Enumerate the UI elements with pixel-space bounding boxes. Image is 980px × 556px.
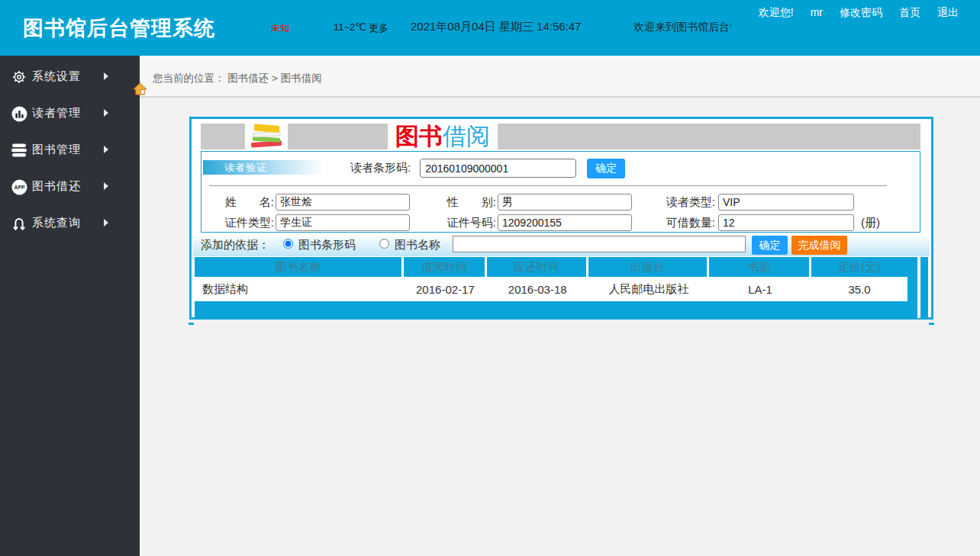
- app-icon: APP: [10, 178, 28, 196]
- chart-icon: [10, 104, 28, 123]
- table-header-row: 图书名称 借阅时间 应还时间 出版社 书架 定价(元): [195, 257, 907, 277]
- breadcrumb-current[interactable]: 图书借阅: [281, 72, 322, 84]
- sidebar-item-system-query[interactable]: 系统查询: [0, 204, 140, 241]
- sidebar-item-reader-management[interactable]: 读者管理: [0, 95, 140, 131]
- reader-info-row-1: 姓 名: 性 别: 读者类型:: [201, 194, 920, 211]
- sidebar-item-book-borrow-return[interactable]: APP 图书借还: [0, 168, 140, 204]
- barcode-confirm-button[interactable]: 确定: [587, 159, 625, 178]
- cert-type-label: 证件类型:: [203, 216, 274, 230]
- breadcrumb-bar: 您当前的位置： 图书借还 > 图书借阅: [140, 56, 980, 98]
- app-title: 图书馆后台管理系统: [23, 14, 215, 42]
- logout-link[interactable]: 退出: [937, 6, 959, 20]
- screen: 图书馆后台管理系统 未知 11~2℃ 更多 2021年08月04日 星期三 14…: [0, 0, 980, 556]
- breadcrumb-prefix: 您当前的位置：: [153, 72, 225, 84]
- home-icon[interactable]: [133, 82, 147, 98]
- username: mr: [811, 6, 823, 20]
- welcome-marquee: 欢迎来到图书馆后台管理系统: [633, 21, 731, 34]
- reader-barcode-input[interactable]: [420, 159, 576, 178]
- borrow-quota-label: 可借数量:: [644, 216, 715, 230]
- dotted-border-fragment: [929, 323, 934, 325]
- chevron-right-icon: [104, 219, 108, 227]
- reader-barcode-label: 读者条形码:: [350, 161, 411, 175]
- cell-price: 35.0: [811, 277, 907, 301]
- book-name-radio[interactable]: [379, 239, 389, 249]
- cert-number-label: 证件号码:: [425, 216, 496, 230]
- chevron-right-icon: [104, 146, 108, 153]
- book-name-radio-label: 图书名称: [395, 238, 440, 252]
- cert-type-field[interactable]: [276, 214, 410, 231]
- reader-verification-tab: 读者验证: [203, 160, 324, 175]
- header: 图书馆后台管理系统 未知 11~2℃ 更多 2021年08月04日 星期三 14…: [0, 0, 980, 56]
- col-due-date: 应还时间: [487, 257, 588, 277]
- sidebar-item-label: 系统设置: [32, 69, 81, 84]
- col-price: 定价(元): [811, 257, 907, 277]
- name-label: 姓 名:: [203, 195, 274, 210]
- panel-title: 图书 借阅: [388, 122, 498, 151]
- weather-temperature: 11~2℃: [334, 21, 366, 33]
- sidebar-item-label: 图书管理: [32, 143, 81, 157]
- breadcrumb-section[interactable]: 图书借还: [227, 72, 269, 84]
- svg-text:APP: APP: [14, 185, 25, 190]
- weather-more-link[interactable]: 更多: [369, 21, 388, 35]
- cell-due-date: 2016-03-18: [487, 277, 588, 301]
- header-links: 欢迎您! mr 修改密码 首页 退出: [759, 6, 959, 20]
- home-link[interactable]: 首页: [899, 6, 920, 20]
- chevron-right-icon: [104, 72, 108, 80]
- gear-icon: [10, 68, 28, 86]
- chevron-right-icon: [104, 109, 108, 117]
- reader-type-field[interactable]: [718, 194, 854, 211]
- borrow-quota-field[interactable]: [718, 214, 854, 231]
- panel-title-borrow: 借阅: [443, 121, 490, 153]
- query-icon: [10, 214, 28, 233]
- name-field[interactable]: [276, 194, 410, 211]
- sidebar: 系统设置 读者管理 图书管理 APP 图书借还: [0, 56, 140, 556]
- add-basis-row: 添加的依据： 图书条形码 图书名称 确定 完成借阅: [193, 233, 930, 256]
- sidebar-item-label: 系统查询: [32, 216, 81, 230]
- breadcrumb-separator: >: [272, 72, 278, 84]
- cert-number-field[interactable]: [498, 214, 632, 231]
- panel-title-books: 图书: [395, 121, 443, 153]
- col-shelf: 书架: [709, 257, 811, 277]
- cell-shelf: LA-1: [709, 277, 811, 301]
- cell-publisher: 人民邮电出版社: [588, 277, 709, 301]
- book-search-input[interactable]: [453, 236, 746, 252]
- borrow-table: 图书名称 借阅时间 应还时间 出版社 书架 定价(元) 数据结构 2016-02…: [195, 257, 907, 301]
- dotted-border-fragment: [189, 323, 194, 325]
- borrow-quota-unit: (册): [861, 216, 880, 230]
- book-barcode-radio[interactable]: [283, 239, 293, 249]
- sidebar-item-label: 图书借还: [32, 179, 81, 194]
- chevron-right-icon: [104, 182, 108, 190]
- book-barcode-radio-label: 图书条形码: [298, 238, 356, 252]
- col-publisher: 出版社: [588, 257, 709, 277]
- col-book-name: 图书名称: [195, 257, 404, 277]
- borrow-panel: 图书 借阅 读者验证 读者条形码: 确定 姓 名: 性 别: 读者类型: 证: [189, 117, 933, 320]
- add-confirm-button[interactable]: 确定: [752, 236, 788, 255]
- table-row: 数据结构 2016-02-17 2016-03-18 人民邮电出版社 LA-1 …: [195, 277, 907, 301]
- gender-label: 性 别:: [425, 195, 496, 210]
- reader-type-label: 读者类型:: [644, 195, 715, 210]
- reader-verification-section: 读者验证 读者条形码: 确定 姓 名: 性 别: 读者类型: 证件类型: 证件号…: [201, 151, 920, 233]
- panel-title-bar: 图书 借阅: [201, 124, 920, 149]
- cell-book-name: 数据结构: [195, 277, 404, 301]
- borrow-table-area: 图书名称 借阅时间 应还时间 出版社 书架 定价(元) 数据结构 2016-02…: [195, 257, 928, 318]
- books-icon: [10, 141, 28, 159]
- gender-field[interactable]: [498, 194, 632, 211]
- add-basis-label: 添加的依据：: [201, 238, 269, 252]
- cell-borrow-date: 2016-02-17: [404, 277, 487, 301]
- divider: [209, 185, 887, 186]
- breadcrumb: 您当前的位置： 图书借还 > 图书借阅: [153, 72, 322, 85]
- weather-status: 未知: [271, 22, 289, 35]
- sidebar-item-book-management[interactable]: 图书管理: [0, 131, 140, 168]
- change-password-link[interactable]: 修改密码: [840, 6, 882, 20]
- reader-info-row-2: 证件类型: 证件号码: 可借数量: (册): [201, 214, 920, 231]
- welcome-text: 欢迎您!: [759, 6, 794, 20]
- reader-barcode-row: 读者条形码: 确定: [350, 158, 625, 178]
- finish-borrow-button[interactable]: 完成借阅: [791, 236, 847, 255]
- table-scrollbar-track[interactable]: [917, 257, 920, 318]
- sidebar-item-system-settings[interactable]: 系统设置: [0, 58, 140, 95]
- header-datetime: 2021年08月04日 星期三 14:56:47: [411, 20, 581, 34]
- sidebar-item-label: 读者管理: [32, 106, 81, 121]
- books-stack-icon: [245, 121, 288, 152]
- col-borrow-date: 借阅时间: [404, 257, 487, 277]
